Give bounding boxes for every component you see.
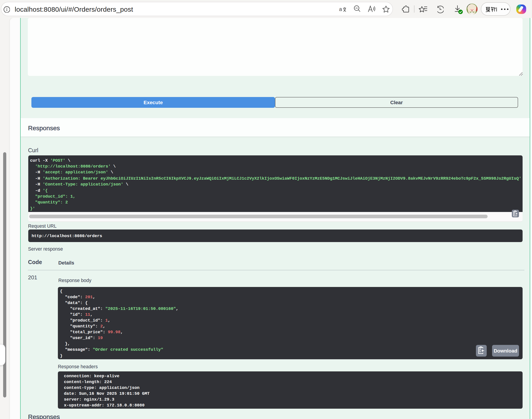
svg-text:a: a <box>339 6 342 12</box>
